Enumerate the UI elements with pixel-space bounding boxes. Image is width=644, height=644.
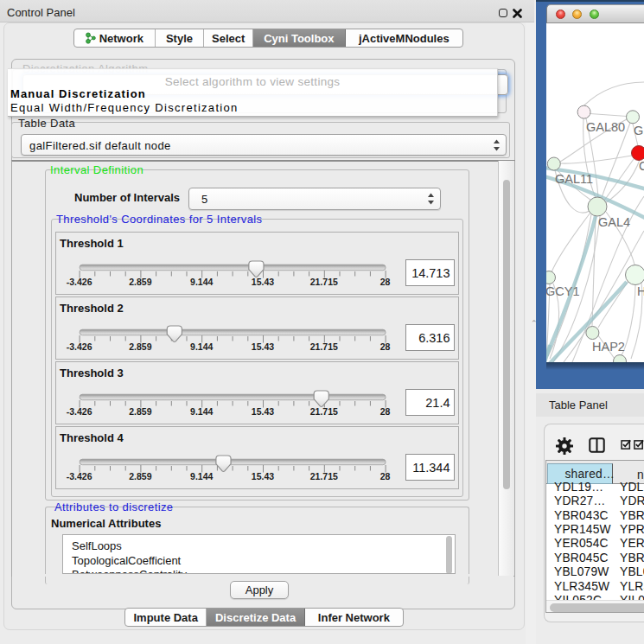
- svg-text:H: H: [637, 284, 644, 298]
- svg-text:GAL80: GAL80: [586, 120, 625, 134]
- svg-text:G.: G.: [634, 124, 644, 137]
- svg-text:HAP2: HAP2: [592, 340, 625, 354]
- svg-text:C: C: [639, 159, 644, 173]
- svg-text:GAL4: GAL4: [598, 215, 630, 229]
- svg-text:GCY1: GCY1: [546, 284, 580, 298]
- svg-text:GAL11: GAL11: [555, 172, 593, 186]
